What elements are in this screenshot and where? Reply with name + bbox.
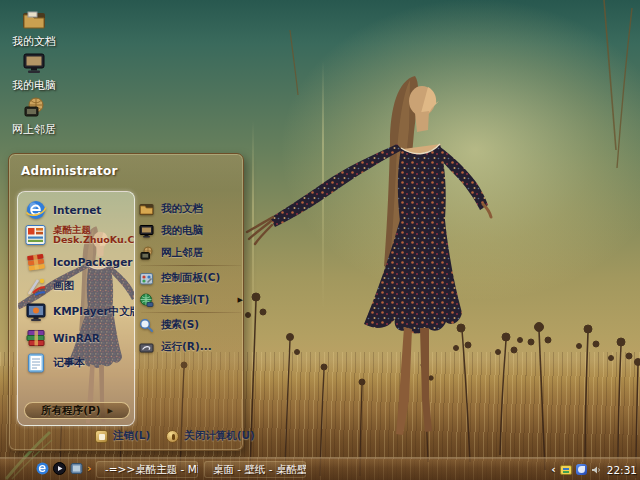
connect-to-icon bbox=[139, 293, 154, 308]
run-icon bbox=[139, 340, 154, 355]
submenu-arrow-icon: ▶ bbox=[238, 296, 243, 304]
start-item-my-computer[interactable]: 我的电脑 bbox=[139, 220, 243, 242]
start-menu-username: Administrator bbox=[21, 164, 118, 178]
start-item-label: 运行(R)... bbox=[161, 340, 212, 354]
system-tray: ‹ 22:31 bbox=[551, 461, 637, 478]
start-item-control-panel[interactable]: 控制面板(C) bbox=[139, 267, 243, 289]
my-documents-icon bbox=[20, 8, 48, 32]
notepad-icon bbox=[25, 352, 47, 374]
task-label: 桌面 - 壁纸 - 桌酷壁... bbox=[213, 463, 306, 477]
tray-clock[interactable]: 22:31 bbox=[607, 464, 637, 476]
logoff-label: 注销(L) bbox=[113, 429, 150, 443]
start-item-label: 我的电脑 bbox=[161, 224, 203, 238]
desktop-icon-label: 我的电脑 bbox=[12, 78, 56, 93]
desktop-icon-my-computer[interactable]: 我的电脑 bbox=[2, 52, 66, 93]
desktop-icon-network-places[interactable]: 网上邻居 bbox=[2, 96, 66, 137]
shutdown-button[interactable]: 关闭计算机(U) bbox=[166, 429, 255, 443]
desktop-icon-my-documents[interactable]: 我的文档 bbox=[2, 8, 66, 49]
task-label: -=>>桌酷主题 - Mic... bbox=[105, 463, 198, 477]
iconpackager-icon bbox=[25, 251, 47, 273]
taskbar-task-zhuoku-theme[interactable]: -=>>桌酷主题 - Mic... bbox=[96, 461, 198, 478]
input-method-icon[interactable] bbox=[560, 465, 572, 475]
desktop-icon-label: 我的文档 bbox=[12, 34, 56, 49]
taskbar-task-wallpaper-page[interactable]: 桌面 - 壁纸 - 桌酷壁... bbox=[204, 461, 306, 478]
media-player-icon[interactable] bbox=[53, 462, 66, 475]
start-item-run[interactable]: 运行(R)... bbox=[139, 336, 243, 358]
volume-icon[interactable] bbox=[591, 465, 601, 475]
taskbar: › -=>>桌酷主题 - Mic... 桌面 - 壁纸 - 桌酷壁... ‹ bbox=[0, 457, 640, 480]
all-programs-label: 所有程序(P) bbox=[41, 404, 100, 418]
start-item-label: 画图 bbox=[53, 279, 74, 293]
menu-separator bbox=[141, 312, 241, 313]
kmplayer-icon bbox=[25, 301, 47, 323]
internet-explorer-icon[interactable] bbox=[36, 462, 49, 475]
show-desktop-icon[interactable] bbox=[70, 462, 83, 475]
control-panel-icon bbox=[139, 271, 154, 286]
start-menu: Administrator Internet bbox=[8, 153, 244, 451]
network-places-icon bbox=[20, 96, 48, 120]
start-item-my-documents[interactable]: 我的文档 bbox=[139, 198, 243, 220]
start-item-search[interactable]: 搜索(S) bbox=[139, 314, 243, 336]
tray-collapse-chevron[interactable]: ‹ bbox=[551, 464, 556, 475]
start-item-internet[interactable]: Internet bbox=[25, 198, 131, 222]
start-item-paint[interactable]: 画图 bbox=[25, 274, 131, 298]
messenger-icon[interactable] bbox=[576, 464, 587, 475]
all-programs-arrow-icon: ▶ bbox=[107, 407, 112, 415]
paint-icon bbox=[25, 275, 47, 297]
start-menu-right-column: 我的文档 我的电脑 网上邻居 bbox=[139, 198, 243, 358]
start-item-iconpackager[interactable]: IconPackager bbox=[25, 250, 131, 274]
shutdown-label: 关闭计算机(U) bbox=[184, 429, 255, 443]
start-item-label: 搜索(S) bbox=[161, 318, 199, 332]
internet-explorer-icon bbox=[25, 199, 47, 221]
start-item-network-places[interactable]: 网上邻居 bbox=[139, 242, 243, 264]
start-item-connect-to[interactable]: 连接到(T) ▶ bbox=[139, 289, 243, 311]
start-item-label: Internet bbox=[53, 204, 101, 216]
menu-separator bbox=[141, 265, 241, 266]
network-places-icon bbox=[139, 246, 154, 261]
start-item-label: IconPackager bbox=[53, 256, 132, 268]
wallpaper-woman-figure bbox=[240, 70, 540, 470]
zhuoku-theme-icon bbox=[25, 224, 47, 246]
my-documents-icon bbox=[139, 202, 154, 217]
start-item-winrar[interactable]: WinRAR bbox=[25, 326, 131, 350]
shutdown-icon bbox=[166, 430, 179, 443]
start-item-notepad[interactable]: 记事本 bbox=[25, 351, 131, 375]
start-item-label: 记事本 bbox=[53, 356, 85, 370]
logoff-icon bbox=[95, 430, 108, 443]
start-item-label: WinRAR bbox=[53, 332, 100, 344]
start-item-kmplayer[interactable]: KMPlayer中文版 bbox=[25, 300, 131, 324]
quick-launch-bar: › bbox=[36, 462, 92, 475]
search-icon bbox=[139, 318, 154, 333]
start-menu-footer: 注销(L) 关闭计算机(U) bbox=[95, 426, 255, 446]
start-item-label: 我的文档 bbox=[161, 202, 203, 216]
start-item-label: 控制面板(C) bbox=[161, 271, 220, 285]
start-item-label: 网上邻居 bbox=[161, 246, 203, 260]
desktop: 我的文档 我的电脑 网上邻居 Administrator bbox=[0, 0, 640, 480]
start-item-label: 桌酷主题Desk.ZhuoKu.Com bbox=[53, 225, 135, 246]
desktop-icon-label: 网上邻居 bbox=[12, 122, 56, 137]
start-item-label: 连接到(T) bbox=[161, 293, 209, 307]
start-item-label: KMPlayer中文版 bbox=[53, 305, 135, 319]
all-programs-button[interactable]: 所有程序(P) ▶ bbox=[24, 402, 130, 419]
my-computer-icon bbox=[139, 224, 154, 239]
winrar-icon bbox=[25, 327, 47, 349]
quick-launch-overflow-chevron[interactable]: › bbox=[87, 463, 92, 474]
start-item-zhuoku-theme[interactable]: 桌酷主题Desk.ZhuoKu.Com bbox=[25, 222, 131, 248]
start-menu-left-panel: Internet 桌酷主题Desk.ZhuoKu.Com bbox=[17, 191, 135, 426]
logoff-button[interactable]: 注销(L) bbox=[95, 429, 150, 443]
my-computer-icon bbox=[20, 52, 48, 76]
